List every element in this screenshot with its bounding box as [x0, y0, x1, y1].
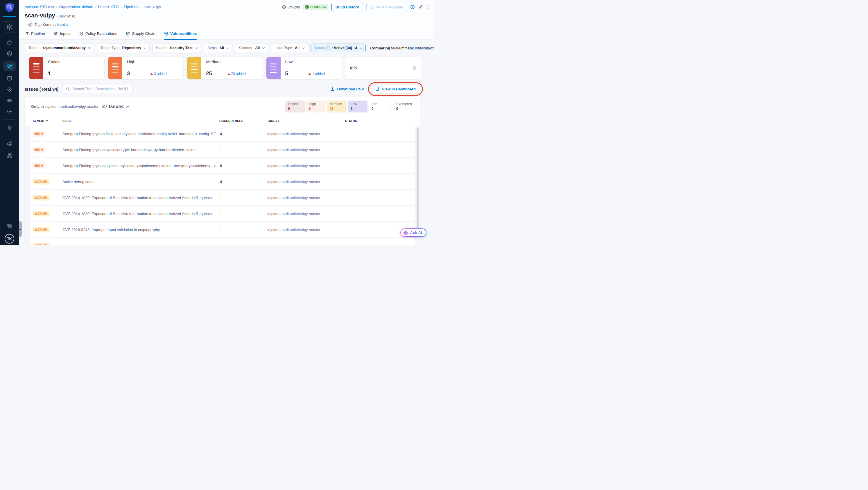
severity-card-high[interactable]: High 3 3 added	[108, 57, 183, 79]
breadcrumb-separator: ›	[141, 5, 142, 9]
chip-low[interactable]: Low1	[348, 100, 368, 113]
severity-badge: HIGH	[33, 163, 45, 169]
breadcrumb-pipelines[interactable]: Pipelines	[124, 5, 138, 9]
group-target: tejakummarikuntla/vulpy:master	[45, 104, 98, 109]
issue-row[interactable]: MEDIUM	[30, 238, 415, 245]
issue-row[interactable]: MEDIUM Active debug code 4 tejakummariku…	[30, 174, 415, 189]
breadcrumb-separator: ›	[56, 5, 57, 9]
issues-toolbar: Issues (Total 34) Download CSV	[25, 84, 420, 94]
nav-home[interactable]	[4, 39, 16, 47]
tab-policy-evaluations[interactable]: Policy Evaluations	[79, 31, 117, 40]
nav-default-settings[interactable]	[4, 141, 16, 148]
severity-card-info[interactable]: Info 0	[345, 57, 421, 79]
tab-supply-chain[interactable]: Supply Chain	[126, 31, 155, 40]
person-icon	[28, 22, 33, 27]
chevron-down-icon	[144, 47, 147, 49]
issue-row[interactable]: MEDIUM CVE-2014-1830: Exposure of Sensit…	[30, 206, 415, 221]
issue-row[interactable]: HIGH Semgrep Finding: python.flask.secur…	[30, 126, 415, 141]
sidebar-expander[interactable]: ▶	[19, 221, 22, 237]
chevron-up-icon	[126, 105, 130, 108]
layers-gear-icon	[6, 141, 13, 147]
pipelines-icon	[6, 63, 13, 69]
breadcrumb: Account: STO test › Organization: defaul…	[25, 5, 161, 9]
nav-overview[interactable]	[4, 50, 16, 58]
chevron-down-icon	[360, 47, 363, 49]
info-icon[interactable]	[410, 5, 415, 9]
severity-card-critical[interactable]: Critical 1	[29, 57, 104, 79]
refresh-icon	[370, 5, 374, 9]
sidebar-divider	[4, 119, 15, 120]
chip-info[interactable]: Info0	[369, 100, 389, 113]
issues-search[interactable]	[63, 85, 132, 93]
author-name: Teja Kummarikuntla	[35, 22, 68, 27]
rerun-pipeline-button[interactable]: Re-run Pipeline	[366, 3, 407, 11]
breadcrumb-current[interactable]: scan-vulpy	[144, 5, 161, 9]
filter-issue-type[interactable]: Issue Type:All	[271, 43, 308, 52]
ask-ai-button[interactable]: Ask AI	[400, 228, 427, 237]
tab-pipeline[interactable]: Pipeline	[25, 31, 45, 40]
external-link-icon	[375, 87, 380, 91]
group-severity-chips: Critical0 High3 Medium23 Low1 Info0	[284, 100, 415, 113]
issue-row[interactable]: HIGH Semgrep Finding: python.sqlalchemy.…	[30, 158, 415, 173]
shield-nodes-icon	[126, 32, 130, 36]
col-occurrences: OCCURRENCES	[216, 119, 265, 123]
filter-target-type[interactable]: Target Type:Repository	[97, 43, 150, 52]
download-csv-button[interactable]: Download CSV	[330, 87, 364, 91]
filter-stages[interactable]: Stages:Security Test	[152, 43, 201, 52]
issues-total-title: Issues (Total 34)	[25, 87, 58, 92]
severity-gauge-icon	[108, 57, 122, 79]
main-area: Account: STO test › Organization: defaul…	[19, 0, 434, 245]
tab-vulnerabilities[interactable]: Vulnerabilities	[164, 31, 197, 40]
severity-card-medium[interactable]: Medium 25 23 added	[187, 57, 262, 79]
help-chat-icon[interactable]: ?	[6, 223, 13, 230]
filter-targets[interactable]: Targets:tejakummarikuntla/vulpy	[25, 43, 94, 52]
table-scrollbar[interactable]	[416, 128, 418, 229]
search-input[interactable]	[72, 87, 129, 91]
nav-targets[interactable]	[4, 86, 16, 93]
chip-critical[interactable]: Critical0	[285, 100, 305, 113]
nav-executions[interactable]	[4, 75, 16, 82]
severity-card-low[interactable]: Low 5 1 added	[267, 57, 342, 79]
user-avatar[interactable]: TK	[5, 234, 14, 244]
issue-row[interactable]: HIGH Semgrep Finding: python.jwt.securit…	[30, 143, 415, 157]
search-icon	[66, 87, 70, 91]
breadcrumb-account[interactable]: Account: STO test	[25, 5, 54, 9]
chevron-down-icon	[262, 47, 265, 49]
home-icon	[6, 40, 12, 46]
issue-row[interactable]: MEDIUM CVE-2014-1829: Exposure of Sensit…	[30, 190, 415, 205]
filter-scanner[interactable]: Scanner:All	[235, 43, 268, 52]
sto-shield-logo-icon[interactable]	[5, 3, 14, 14]
nav-settings[interactable]	[4, 124, 16, 131]
issue-row[interactable]: MEDIUM CVE-2016-9243: Improper input val…	[30, 222, 415, 237]
chip-medium[interactable]: Medium23	[327, 100, 347, 113]
edit-pencil-icon[interactable]	[418, 5, 423, 9]
nav-organization[interactable]	[4, 151, 16, 159]
build-id-label: (Build Id: 6)	[57, 14, 75, 18]
breadcrumb-project[interactable]: Project: STO	[98, 5, 119, 9]
nav-get-started[interactable]	[4, 108, 16, 115]
triangle-up-icon	[309, 73, 311, 75]
org-network-gear-icon	[6, 152, 13, 158]
nav-eye-off[interactable]	[4, 97, 16, 104]
breadcrumb-org[interactable]: Organization: default	[59, 5, 93, 9]
tab-inputs[interactable]: Inputs	[54, 31, 70, 40]
triangle-up-icon	[151, 73, 153, 75]
chip-high[interactable]: High3	[306, 100, 326, 113]
view-in-dashboard-button[interactable]: View in Dashboard	[371, 85, 420, 94]
cube-icon	[6, 24, 13, 30]
added-count: 3 added	[151, 72, 166, 76]
clock-icon	[282, 5, 286, 9]
module-cube-button[interactable]	[4, 21, 16, 33]
group-count-toggle[interactable]: 27 Issues	[102, 104, 130, 109]
filter-status[interactable]: Status : Active (34) +4	[311, 43, 366, 52]
severity-gauge-icon	[267, 57, 281, 79]
ai-robot-icon	[403, 230, 408, 236]
chip-divider	[390, 101, 391, 112]
kebab-menu-icon[interactable]	[426, 5, 430, 9]
col-issue: ISSUE	[60, 119, 216, 123]
filter-steps[interactable]: Steps:All	[204, 43, 232, 52]
severity-gauge-icon	[187, 57, 201, 79]
nav-pipelines[interactable]	[3, 61, 16, 71]
chip-exempted[interactable]: Exempted0	[393, 100, 415, 113]
build-history-button[interactable]: Build History	[332, 3, 363, 11]
